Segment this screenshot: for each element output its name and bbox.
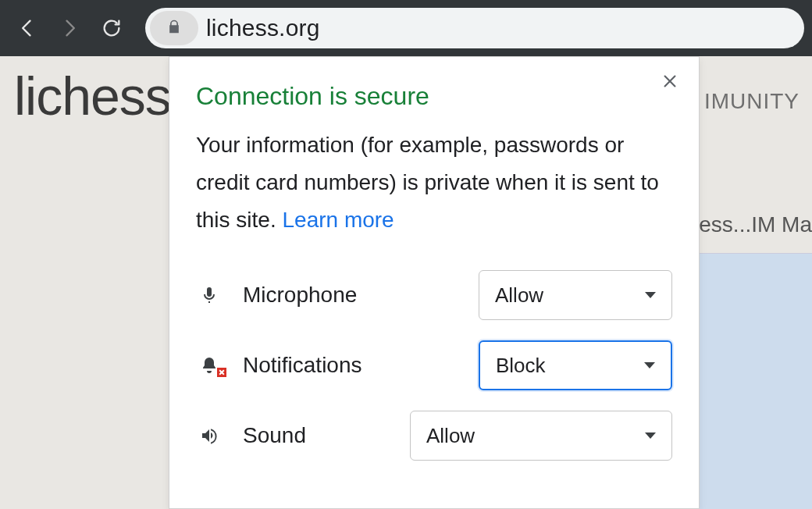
permission-select-microphone[interactable]: Allow: [479, 270, 672, 320]
permission-select-sound[interactable]: Allow: [410, 411, 672, 461]
popup-description: Your information (for example, passwords…: [196, 126, 672, 239]
blocked-badge-icon: [216, 367, 227, 378]
select-value: Block: [496, 354, 546, 378]
permission-label: Notifications: [243, 353, 362, 378]
chevron-down-icon: [645, 432, 656, 439]
site-info-popup: Connection is secure Your information (f…: [169, 56, 700, 509]
chevron-down-icon: [644, 362, 655, 368]
permission-row-microphone: Microphone Allow: [196, 267, 672, 323]
select-value: Allow: [426, 424, 475, 448]
reload-button[interactable]: [92, 9, 131, 48]
sound-icon: [196, 426, 223, 445]
close-icon: [661, 73, 678, 93]
close-button[interactable]: [657, 69, 683, 96]
forward-button[interactable]: [50, 9, 89, 48]
permission-label: Microphone: [243, 283, 357, 308]
side-panel: [690, 253, 812, 509]
site-info-button[interactable]: [150, 11, 198, 45]
popup-description-text: Your information (for example, passwords…: [196, 133, 659, 232]
address-bar[interactable]: lichess.org: [145, 8, 804, 48]
permission-row-notifications: Notifications Block: [196, 337, 672, 393]
permission-label: Sound: [243, 423, 306, 448]
select-value: Allow: [495, 283, 543, 308]
side-text-fragment: ess...IM Ma: [699, 212, 812, 237]
chevron-down-icon: [645, 292, 656, 298]
notifications-icon: [196, 356, 223, 375]
microphone-icon: [196, 286, 223, 304]
permission-select-notifications[interactable]: Block: [479, 340, 672, 390]
url-text: lichess.org: [206, 15, 320, 41]
learn-more-link[interactable]: Learn more: [282, 208, 394, 232]
popup-title: Connection is secure: [196, 82, 672, 111]
permission-row-sound: Sound Allow: [196, 408, 672, 464]
nav-item-community[interactable]: IMUNITY: [704, 89, 800, 114]
browser-toolbar: lichess.org: [0, 0, 812, 56]
lock-icon: [166, 19, 182, 37]
back-button[interactable]: [8, 9, 47, 48]
